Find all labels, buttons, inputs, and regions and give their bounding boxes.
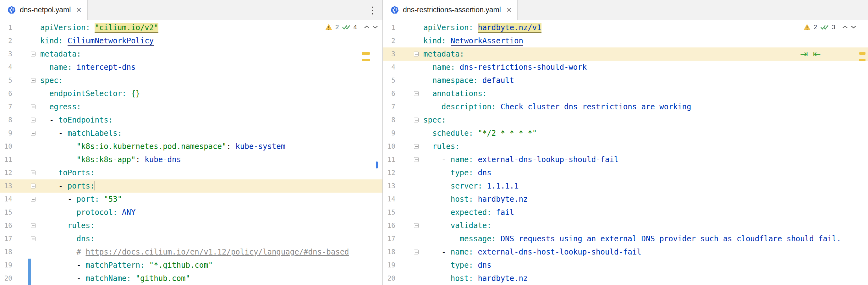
code-line[interactable]: 5spec: [0, 74, 382, 87]
gutter-fold-column [14, 127, 39, 140]
line-number: 8 [0, 114, 14, 127]
code-line[interactable]: 4 name: dns-restrictions-should-work [383, 61, 868, 74]
code-line[interactable]: 10 rules: [383, 140, 868, 153]
fold-marker-icon[interactable] [31, 118, 35, 123]
code-line[interactable]: 19 - matchPattern: "*.github.com" [0, 259, 382, 272]
code-text: name: dns-restrictions-should-work [422, 61, 868, 74]
fold-marker-icon[interactable] [31, 223, 35, 228]
fold-marker-icon[interactable] [31, 52, 35, 57]
code-line[interactable]: 20 - matchName: "github.com" [0, 272, 382, 285]
code-line[interactable]: 11 - name: external-dns-lookup-should-fa… [383, 153, 868, 166]
code-line[interactable]: 7 description: Check cluster dns restric… [383, 100, 868, 114]
fold-marker-icon[interactable] [414, 52, 418, 57]
code-line[interactable]: 3metadata: [0, 48, 382, 61]
code-token [99, 195, 104, 203]
close-tab-icon[interactable]: ✕ [506, 6, 512, 14]
code-line[interactable]: 15 expected: fail [383, 206, 868, 219]
code-token: dns [478, 168, 491, 177]
code-line[interactable]: 13 server: 1.1.1.1 [383, 180, 868, 193]
fold-marker-icon[interactable] [31, 197, 35, 202]
code-line[interactable]: 14 host: hardbyte.nz [383, 193, 868, 206]
code-line[interactable]: 9 schedule: "*/2 * * * *" [383, 127, 868, 140]
code-line[interactable]: 4 name: intercept-dns [0, 61, 382, 74]
prev-problem-icon[interactable] [842, 25, 848, 29]
code-line[interactable]: 8spec: [383, 114, 868, 127]
code-line[interactable]: 6 endpointSelector: {} [0, 87, 382, 100]
inspections-widget[interactable]: 2 3 [803, 23, 856, 31]
fold-marker-icon[interactable] [31, 170, 35, 175]
code-line[interactable]: 11 "k8s:k8s-app": kube-dns [0, 153, 382, 166]
code-line[interactable]: 13 - ports: [0, 180, 382, 193]
fold-marker-icon[interactable] [414, 144, 418, 149]
code-line[interactable]: 1apiVersion: hardbyte.nz/v1 [383, 21, 868, 34]
vcs-change-bar[interactable] [28, 259, 31, 272]
fold-marker-icon[interactable] [414, 157, 418, 162]
code-line[interactable]: 20 host: hardbyte.nz [383, 272, 868, 285]
fold-marker-icon[interactable] [414, 223, 418, 228]
inspections-widget[interactable]: 2 4 [325, 23, 378, 31]
code-line[interactable]: 10 "k8s:io.kubernetes.pod.namespace": ku… [0, 140, 382, 153]
stripe-mark-warning[interactable] [859, 59, 866, 61]
stripe-mark-warning[interactable] [859, 52, 866, 55]
code-line[interactable]: 16 rules: [0, 219, 382, 232]
code-line[interactable]: 3metadata:⇥⇤ [383, 48, 868, 61]
stripe-mark-changed[interactable] [376, 161, 378, 168]
code-line[interactable]: 6 annotations: [383, 87, 868, 100]
code-line[interactable]: 17 dns: [0, 232, 382, 245]
next-problem-icon[interactable] [851, 25, 856, 29]
close-tab-icon[interactable]: ✕ [76, 6, 82, 14]
code-line[interactable]: 5 namespace: default [383, 74, 868, 87]
stripe-mark-warning[interactable] [362, 52, 370, 55]
kubernetes-icon [391, 6, 399, 14]
code-line[interactable]: 18 - name: external-dns-host-lookup-shou… [383, 245, 868, 259]
fold-marker-icon[interactable] [31, 184, 35, 189]
prev-problem-icon[interactable] [364, 25, 370, 29]
code-token: "*/2 * * * *" [478, 129, 537, 138]
fold-marker-icon[interactable] [31, 105, 35, 109]
fold-marker-icon[interactable] [414, 118, 418, 123]
code-token: external-dns-host-lookup-should-fail [478, 248, 641, 256]
fold-marker-icon[interactable] [414, 250, 418, 255]
next-problem-icon[interactable] [372, 25, 378, 29]
code-text: metadata: [39, 48, 382, 61]
code-line[interactable]: 16 validate: [383, 219, 868, 232]
fold-marker-icon[interactable] [31, 131, 35, 136]
load-from-cluster-icon[interactable]: ⇤ [813, 49, 821, 59]
code-line[interactable]: 19 type: dns [383, 259, 868, 272]
code-line[interactable]: 12 type: dns [383, 166, 868, 180]
code-token: Check cluster dns restrictions are worki… [501, 102, 691, 111]
code-line[interactable]: 2kind: CiliumNetworkPolicy [0, 34, 382, 48]
fold-marker-icon[interactable] [31, 78, 35, 83]
line-number: 8 [383, 114, 398, 127]
code-line[interactable]: 12 toPorts: [0, 166, 382, 180]
code-line[interactable]: 8 - toEndpoints: [0, 114, 382, 127]
code-token [473, 155, 478, 164]
code-line[interactable]: 14 - port: "53" [0, 193, 382, 206]
apply-to-cluster-icon[interactable]: ⇥ [800, 49, 808, 59]
fold-marker-icon[interactable] [414, 91, 418, 96]
editor-lines: 1apiVersion: "cilium.io/v2"2kind: Cilium… [0, 21, 382, 285]
code-line[interactable]: 2kind: NetworkAssertion [383, 34, 868, 48]
tab-dns-netpol[interactable]: dns-netpol.yaml ✕ [0, 0, 88, 20]
tab-dns-restrictions-assertion[interactable]: dns-restrictions-assertion.yaml ✕ [383, 0, 518, 20]
code-text: spec: [422, 114, 868, 127]
code-token: dns: [77, 234, 95, 243]
code-line[interactable]: 18 # https://docs.cilium.io/en/v1.12/pol… [0, 245, 382, 259]
vcs-change-bar[interactable] [28, 272, 31, 285]
line-number: 12 [383, 166, 398, 180]
code-line[interactable]: 15 protocol: ANY [0, 206, 382, 219]
fold-marker-icon[interactable] [31, 236, 35, 241]
more-options-icon[interactable]: ⋮ [368, 4, 377, 16]
code-line[interactable]: 17 message: DNS requests using an extern… [383, 232, 868, 245]
code-token: "github.com" [135, 274, 190, 283]
code-text: endpointSelector: {} [39, 87, 382, 100]
ide-editor-split: dns-netpol.yaml ✕ ⋮ 1apiVersion: "cilium… [0, 0, 868, 285]
code-line[interactable]: 9 - matchLabels: [0, 127, 382, 140]
code-token [127, 89, 131, 98]
passed-count: 4 [353, 23, 357, 31]
stripe-mark-warning[interactable] [362, 59, 370, 61]
line-number: 9 [0, 127, 14, 140]
code-line[interactable]: 7 egress: [0, 100, 382, 114]
checks-passed-icon [342, 24, 350, 30]
line-number: 13 [0, 180, 14, 193]
